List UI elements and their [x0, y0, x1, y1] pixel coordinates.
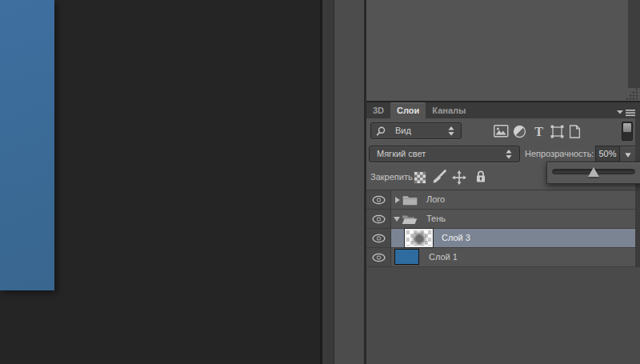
document-canvas[interactable] [0, 0, 54, 290]
opacity-value-field[interactable]: 50% [595, 146, 620, 162]
folder-open-icon [402, 214, 418, 225]
filter-adjustment-layers-icon[interactable] [513, 125, 526, 138]
expand-expanded-icon[interactable] [394, 217, 400, 222]
folder-closed-icon [402, 194, 418, 206]
layer-name: Слой 1 [429, 248, 458, 266]
chevron-down-icon [625, 153, 630, 157]
eye-visibility-icon[interactable] [372, 214, 386, 224]
tab-channels[interactable]: Каналы [426, 102, 472, 118]
visibility-cell [366, 229, 391, 247]
layer-name: Тень [426, 210, 446, 228]
spinner-arrows-icon [448, 126, 454, 136]
layer-name: Лого [426, 190, 445, 209]
layer-thumbnail-transparent[interactable] [405, 229, 433, 247]
lock-all-padlock-icon[interactable] [475, 170, 486, 183]
layer-thumbnail-blue-fill[interactable] [394, 249, 419, 265]
opacity-slider-popup [546, 162, 640, 184]
layer-filter-selected-value: Вид [395, 123, 411, 138]
filter-smart-objects-icon[interactable] [569, 125, 581, 138]
eye-visibility-icon[interactable] [372, 253, 386, 262]
opacity-dropdown-button[interactable] [619, 146, 637, 162]
layer-name: Слой 3 [442, 229, 470, 247]
visibility-cell [366, 190, 391, 209]
layers-list-footer [366, 267, 640, 364]
dock-band [334, 0, 364, 364]
row-content: Лого [391, 190, 640, 209]
tab-3d[interactable]: 3D [366, 102, 390, 118]
spinner-arrows-icon [506, 150, 512, 159]
row-content: Слой 3 [391, 229, 640, 247]
panel-tab-bar: 3D Слои Каналы [366, 102, 640, 118]
type-filter-glyph: T [534, 125, 543, 138]
layer-filter-toggle[interactable] [622, 122, 633, 141]
row-content: Тень [391, 210, 640, 228]
dock-gutter [322, 0, 334, 364]
layer-row-logo[interactable]: Лого [366, 190, 640, 210]
panel-menu-icon[interactable] [616, 108, 637, 118]
blend-mode-select[interactable]: Мягкий свет [369, 146, 520, 162]
filter-type-layers-icon[interactable]: T [533, 125, 545, 138]
filter-shape-layers-icon[interactable] [550, 125, 564, 138]
visibility-cell [366, 248, 391, 266]
photoshop-window: 3D Слои Каналы Вид T [0, 0, 640, 364]
lock-image-pixels-brush-icon[interactable] [432, 169, 447, 184]
layer-row-layer3-selected[interactable]: Слой 3 [366, 229, 640, 248]
opacity-label: Непрозрачность: [525, 146, 594, 162]
layer-row-shadow-group[interactable]: Тень [366, 210, 640, 229]
panel-right-edge [635, 118, 640, 267]
lock-position-move-icon[interactable] [452, 170, 466, 185]
panel-resize-grip-icon[interactable] [626, 87, 639, 101]
lock-label: Закрепить: [370, 165, 415, 190]
opacity-slider-handle[interactable] [588, 167, 599, 177]
toggle-knob [623, 123, 631, 132]
visibility-cell [366, 210, 391, 228]
layer-filter-type-select[interactable]: Вид [370, 122, 462, 139]
eye-visibility-icon[interactable] [372, 195, 386, 205]
row-content: Слой 1 [391, 248, 640, 266]
upper-panel-edge-strip [628, 0, 640, 88]
filter-pixel-layers-icon[interactable] [494, 125, 509, 138]
tab-layers[interactable]: Слои [390, 102, 426, 118]
blend-mode-value: Мягкий свет [377, 146, 426, 162]
eye-visibility-icon[interactable] [372, 234, 386, 243]
upper-panel [366, 0, 640, 102]
lock-transparency-icon[interactable] [414, 171, 426, 184]
layer-row-layer1[interactable]: Слой 1 [366, 248, 640, 267]
expand-collapsed-icon[interactable] [395, 197, 400, 203]
search-icon [376, 126, 386, 137]
